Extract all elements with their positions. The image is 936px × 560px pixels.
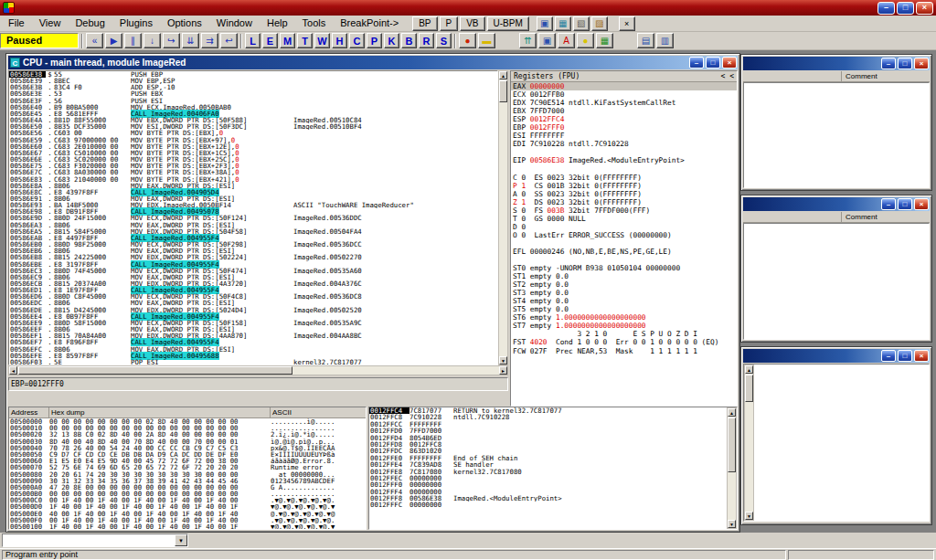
scroll-down-button[interactable]: ▼ xyxy=(499,356,507,365)
menu-view[interactable]: View xyxy=(33,16,68,31)
cpu-close-button[interactable]: × xyxy=(722,57,737,69)
register-line[interactable]: ST0 empty -UNORM B938 01050104 00000000 xyxy=(511,264,737,272)
cpu-maximize-button[interactable]: □ xyxy=(706,57,720,69)
disasm-vertical-scrollbar[interactable]: ▲ ▼ xyxy=(498,70,508,365)
cpu-window[interactable]: C CPU - main thread, module ImageRed – □… xyxy=(5,53,740,533)
stack-vertical-scrollbar[interactable]: ▲ ▼ xyxy=(727,407,737,529)
register-line[interactable]: ST6 empty 1.0000000000000000000 xyxy=(511,313,737,322)
disasm-row[interactable]: 00586E3B.83C4 F0ADD ESP,-10 xyxy=(9,84,497,90)
trace-into-icon[interactable]: ⇊ xyxy=(182,33,199,48)
maximize-button[interactable]: □ xyxy=(898,198,912,210)
step-over-icon[interactable]: ↪ xyxy=(163,33,180,48)
close-button[interactable]: × xyxy=(914,350,929,362)
side-window-3-body[interactable]: ▲ ▼ xyxy=(743,364,930,522)
disasm-row[interactable]: 00586EFE.E8 8597F8FFCALL ImageRed.004956… xyxy=(9,353,497,359)
analysis-icon[interactable]: ▨ xyxy=(591,16,608,31)
disasm-row[interactable]: 00586E83.C683 21040000 00MOV BYTE PTR DS… xyxy=(9,176,497,183)
until-return-icon[interactable]: ↩ xyxy=(220,33,238,48)
side-window-1-titlebar[interactable]: – □ × xyxy=(743,57,930,70)
registers-view-buttons[interactable]: < < xyxy=(721,72,734,80)
register-line[interactable]: ST1 empty 0.0 xyxy=(511,272,737,280)
side-window-1-body[interactable] xyxy=(743,82,930,188)
register-line[interactable]: P 1 CS 001B 32bit 0(FFFFFFFF) xyxy=(511,182,737,190)
register-line[interactable]: EAX 00000000 xyxy=(511,82,737,90)
menu-file[interactable]: File xyxy=(2,16,31,31)
window-button-r[interactable]: R xyxy=(419,33,434,48)
register-line[interactable] xyxy=(511,256,737,264)
ascii-table-icon[interactable]: A xyxy=(558,33,575,48)
register-line[interactable]: EBP 0012FFF0 xyxy=(511,123,737,132)
register-line[interactable]: ESI FFFFFFFF xyxy=(511,132,737,140)
trace-over-icon[interactable]: ⇉ xyxy=(201,33,218,48)
register-line[interactable]: ST2 empty 0.0 xyxy=(511,280,737,289)
register-line[interactable]: O 0 LastErr ERROR_SUCCESS (00000000) xyxy=(511,231,737,239)
register-line[interactable]: ST4 empty 0.0 xyxy=(511,297,737,305)
register-line[interactable]: ECX 0012FFB0 xyxy=(511,90,737,99)
register-line[interactable]: ESP 0012FFC4 xyxy=(511,115,737,123)
close-button[interactable]: × xyxy=(914,58,929,69)
menu-options[interactable]: Options xyxy=(161,16,208,31)
register-line[interactable] xyxy=(511,164,737,173)
maximize-button[interactable]: □ xyxy=(898,58,912,69)
register-line[interactable]: T 0 GS 0000 NULL xyxy=(511,215,737,223)
app-close-button[interactable]: × xyxy=(916,2,933,15)
disasm-row[interactable]: 00586E39.8BECMOV EBP,ESP xyxy=(9,78,497,84)
scroll-up-button[interactable]: ▲ xyxy=(499,71,507,79)
menu-help[interactable]: Help xyxy=(261,16,294,31)
plugin-button-u-bpm[interactable]: U-BPM xyxy=(487,16,529,31)
window-button-h[interactable]: H xyxy=(332,33,347,48)
scroll-right-button[interactable]: ► xyxy=(499,366,507,375)
register-line[interactable]: EBX 7FFD7000 xyxy=(511,107,737,115)
scroll-up-button[interactable]: ▲ xyxy=(745,365,753,374)
scroll-down-button[interactable]: ▼ xyxy=(728,520,736,528)
minimize-button[interactable]: – xyxy=(881,58,896,69)
hide-debugger-icon[interactable]: ▦ xyxy=(555,16,571,31)
minimize-button[interactable]: – xyxy=(881,198,896,210)
menubar-close-button[interactable]: × xyxy=(619,16,635,31)
register-line[interactable]: Z 1 DS 0023 32bit 0(FFFFFFFF) xyxy=(511,198,737,206)
highlight-icon[interactable]: ▬ xyxy=(478,33,495,48)
memory-grid-icon[interactable]: ▦ xyxy=(596,33,613,48)
app-minimize-button[interactable]: – xyxy=(878,2,895,15)
scroll-up-button[interactable]: ▲ xyxy=(728,408,736,417)
window-button-p[interactable]: P xyxy=(367,33,382,48)
disasm-row[interactable]: 00586E3E.53PUSH EBX xyxy=(9,90,497,97)
side-window-1[interactable]: – □ × Comment xyxy=(740,54,932,191)
plugin-button-bp[interactable]: BP xyxy=(412,16,437,31)
pause-icon[interactable]: ∥ xyxy=(124,33,142,48)
window-button-k[interactable]: K xyxy=(384,33,399,48)
arrows-up-icon[interactable]: ⇈ xyxy=(519,33,537,48)
window-button-m[interactable]: M xyxy=(280,33,295,48)
registers-pane[interactable]: Registers (FPU) < < EAX 00000000ECX 0012… xyxy=(510,70,738,407)
window-button-c[interactable]: C xyxy=(349,33,365,48)
disasm-row[interactable]: 00586E8C.E8 4397F8FFCALL ImageRed.004905… xyxy=(9,189,497,195)
window-button-b[interactable]: B xyxy=(401,33,417,48)
cpu-window-titlebar[interactable]: C CPU - main thread, module ImageRed – □… xyxy=(8,56,738,69)
cascade-windows-icon[interactable]: ▥ xyxy=(656,33,674,48)
side-window-2-body[interactable] xyxy=(743,223,930,340)
menu-debug[interactable]: Debug xyxy=(69,16,111,31)
menu-window[interactable]: Window xyxy=(210,16,259,31)
scroll-thumb[interactable] xyxy=(18,366,292,375)
register-line[interactable]: EFL 00000246 (NO,NB,E,BE,NS,PE,GE,LE) xyxy=(511,248,737,256)
register-line[interactable]: ST7 empty 1.0000000000000000000 xyxy=(511,322,737,330)
plugin-button-vb[interactable]: VB xyxy=(460,16,484,31)
plugin-button-p[interactable]: P xyxy=(440,16,459,31)
combobox-dropdown-button[interactable]: ▼ xyxy=(175,534,187,546)
window-button-t[interactable]: T xyxy=(297,33,313,48)
window-button-e[interactable]: E xyxy=(262,33,278,48)
register-line[interactable]: S 0 FS 003B 32bit 7FFDF000(FFF) xyxy=(511,206,737,215)
run-icon[interactable]: ▶ xyxy=(105,33,122,48)
script-icon[interactable]: ▧ xyxy=(573,16,590,31)
disasm-row[interactable]: 00586E38$55PUSH EBP xyxy=(9,71,497,78)
stack-pane[interactable]: 0012FFC47C817077RETURN to kernel32.7C817… xyxy=(368,407,738,530)
register-line[interactable]: EDX 7C90E514 ntdll.KiFastSystemCallRet xyxy=(511,99,737,107)
disasm-row[interactable]: 00586E9D.8B0D 24F15000MOV ECX,DWORD PTR … xyxy=(9,215,497,221)
register-line[interactable]: EDI 7C910228 ntdll.7C910228 xyxy=(511,140,737,148)
info-pane[interactable]: EBP=0012FFF0 xyxy=(8,377,508,391)
breakpoint-dot-icon[interactable]: ● xyxy=(459,33,476,48)
side-window-2-titlebar[interactable]: – □ × xyxy=(743,197,930,211)
side-window-3-titlebar[interactable]: – □ × xyxy=(743,349,930,363)
menu-breakpoint[interactable]: BreakPoint-> xyxy=(334,16,405,31)
stack-row[interactable]: 0012FFFC00000000 xyxy=(369,502,727,508)
